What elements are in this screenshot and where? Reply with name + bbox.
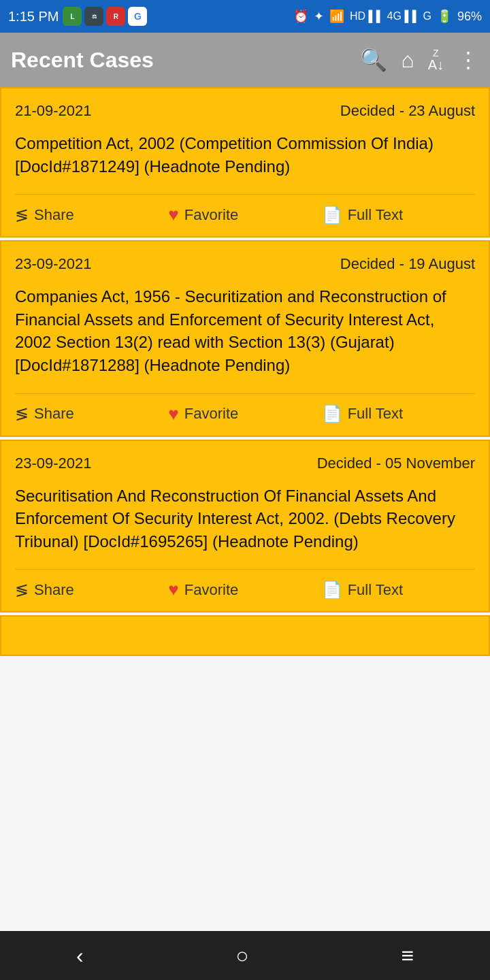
heart-icon: ♥ [168, 579, 178, 600]
case-title[interactable]: Companies Act, 1956 - Securitization and… [15, 285, 475, 376]
alarm-icon: ⏰ [293, 9, 308, 24]
back-button[interactable]: ‹ [60, 938, 100, 974]
fulltext-label: Full Text [348, 581, 404, 599]
case-decided: Decided - 05 November [317, 455, 475, 472]
app-icon-google: G [128, 7, 147, 26]
favorite-label: Favorite [184, 581, 238, 599]
status-left: 1:15 PM L ⚖ R G [8, 7, 147, 26]
battery-icon: 🔋 [437, 9, 452, 24]
case-card-partial [0, 615, 490, 656]
document-icon: 📄 [322, 581, 342, 600]
home-button[interactable]: ○ [219, 938, 265, 974]
more-options-icon[interactable]: ⋮ [457, 47, 479, 73]
document-icon: 📄 [322, 404, 342, 423]
fulltext-button[interactable]: 📄 Full Text [322, 581, 475, 600]
case-header: 23-09-2021 Decided - 05 November [15, 455, 475, 472]
toolbar-actions: 🔍 ⌂ Z A↓ ⋮ [360, 47, 479, 73]
case-card: 21-09-2021 Decided - 23 August Competiti… [0, 87, 490, 238]
fulltext-label: Full Text [348, 206, 404, 224]
app-icon-2: ⚖ [84, 7, 103, 26]
sort-label-top: Z [433, 48, 439, 58]
app-icon-1: L [63, 7, 82, 26]
sort-label-bottom: A↓ [428, 58, 444, 71]
share-button[interactable]: ≶ Share [15, 581, 168, 600]
favorite-button[interactable]: ♥ Favorite [168, 204, 321, 225]
case-date: 23-09-2021 [15, 255, 92, 273]
battery-percent: 96% [457, 10, 482, 24]
share-label: Share [34, 206, 74, 224]
fulltext-button[interactable]: 📄 Full Text [322, 206, 475, 225]
cases-list: 21-09-2021 Decided - 23 August Competiti… [0, 87, 490, 931]
case-date: 21-09-2021 [15, 102, 92, 120]
sort-icon[interactable]: Z A↓ [428, 48, 444, 71]
heart-icon: ♥ [168, 404, 178, 425]
app-toolbar: Recent Cases 🔍 ⌂ Z A↓ ⋮ [0, 33, 490, 87]
case-decided: Decided - 23 August [340, 102, 475, 120]
status-right: ⏰ ✦ 📶 HD ▌▌ 4G ▌▌ G 🔋 96% [293, 9, 482, 24]
status-bar: 1:15 PM L ⚖ R G ⏰ ✦ 📶 HD ▌▌ 4G ▌▌ G 🔋 96… [0, 0, 490, 33]
case-title[interactable]: Securitisation And Reconstruction Of Fin… [15, 485, 475, 553]
case-card: 23-09-2021 Decided - 19 August Companies… [0, 240, 490, 436]
status-app-icons: L ⚖ R G [63, 7, 147, 26]
signal-text: HD ▌▌ 4G ▌▌ G [350, 10, 431, 22]
case-actions: ≶ Share ♥ Favorite 📄 Full Text [15, 569, 475, 600]
fulltext-button[interactable]: 📄 Full Text [322, 404, 475, 423]
status-time: 1:15 PM [8, 9, 59, 24]
document-icon: 📄 [322, 206, 342, 225]
case-date: 23-09-2021 [15, 455, 92, 472]
case-actions: ≶ Share ♥ Favorite 📄 Full Text [15, 194, 475, 225]
case-card: 23-09-2021 Decided - 05 November Securit… [0, 440, 490, 613]
share-label: Share [34, 405, 74, 423]
menu-button[interactable]: ≡ [385, 938, 430, 974]
page-title: Recent Cases [11, 48, 360, 73]
case-decided: Decided - 19 August [340, 255, 475, 273]
share-icon: ≶ [15, 581, 29, 600]
favorite-label: Favorite [184, 405, 238, 423]
case-header: 21-09-2021 Decided - 23 August [15, 102, 475, 120]
app-icon-3: R [106, 7, 125, 26]
heart-icon: ♥ [168, 204, 178, 225]
favorite-button[interactable]: ♥ Favorite [168, 404, 321, 425]
favorite-label: Favorite [184, 206, 238, 224]
search-icon[interactable]: 🔍 [360, 47, 387, 73]
share-button[interactable]: ≶ Share [15, 404, 168, 423]
case-title[interactable]: Competition Act, 2002 (Competition Commi… [15, 132, 475, 178]
fulltext-label: Full Text [348, 405, 404, 423]
home-icon[interactable]: ⌂ [401, 48, 414, 73]
wifi-icon: 📶 [329, 9, 344, 24]
case-header: 23-09-2021 Decided - 19 August [15, 255, 475, 273]
share-label: Share [34, 581, 74, 599]
share-button[interactable]: ≶ Share [15, 206, 168, 225]
bottom-nav: ‹ ○ ≡ [0, 931, 490, 980]
bluetooth-icon: ✦ [314, 9, 324, 24]
favorite-button[interactable]: ♥ Favorite [168, 579, 321, 600]
share-icon: ≶ [15, 404, 29, 423]
case-actions: ≶ Share ♥ Favorite 📄 Full Text [15, 393, 475, 425]
share-icon: ≶ [15, 206, 29, 225]
